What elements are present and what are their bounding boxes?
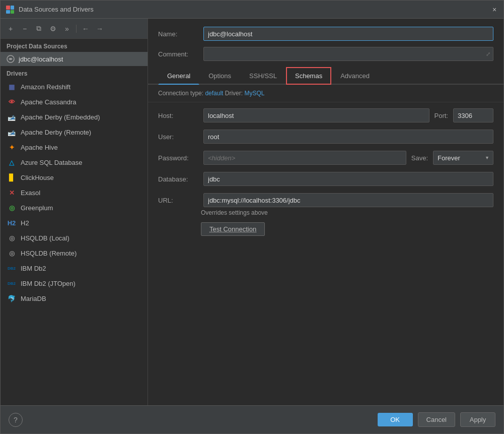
save-label: Save:: [411, 154, 428, 162]
user-input[interactable]: [203, 130, 493, 144]
svg-rect-0: [6, 6, 10, 10]
driver-item-clickhouse[interactable]: ▊ClickHouse: [1, 170, 148, 185]
forward-button[interactable]: →: [94, 23, 106, 35]
driver-icon: 🐬: [7, 293, 17, 303]
tabs: GeneralOptionsSSH/SSLSchemasAdvanced: [148, 67, 503, 85]
toolbar-separator: [76, 25, 77, 33]
host-label: Host:: [158, 112, 198, 119]
driver-name: Apache Derby (Embedded): [21, 113, 100, 121]
back-button[interactable]: ←: [80, 23, 92, 35]
more-button[interactable]: »: [61, 23, 73, 35]
save-select[interactable]: ForeverUntil restartNever: [433, 151, 493, 165]
name-label: Name:: [158, 30, 203, 38]
tab-general[interactable]: General: [158, 67, 199, 85]
driver-item-apache-derby--remote-[interactable]: 🎿Apache Derby (Remote): [1, 125, 148, 140]
dialog: Data Sources and Drivers × + − ⧉ ⚙ » ← →…: [0, 0, 504, 434]
title-bar: Data Sources and Drivers ×: [1, 1, 503, 19]
driver-item-apache-hive[interactable]: ✦Apache Hive: [1, 140, 148, 155]
driver-name: Apache Hive: [21, 144, 58, 151]
drivers-section: Drivers ▦Amazon Redshift👁Apache Cassandr…: [1, 66, 148, 405]
database-input[interactable]: [203, 172, 493, 186]
port-label: Port:: [435, 112, 448, 119]
tab-schemas[interactable]: Schemas: [286, 67, 331, 85]
svg-rect-2: [6, 10, 10, 14]
database-row: Database:: [158, 172, 493, 186]
driver-name: Apache Cassandra: [21, 98, 77, 106]
driver-item-apache-cassandra[interactable]: 👁Apache Cassandra: [1, 94, 148, 109]
driver-name: Amazon Redshift: [21, 83, 70, 91]
window-title: Data Sources and Drivers: [19, 6, 490, 13]
driver-name: Apache Derby (Remote): [21, 129, 91, 136]
driver-item-azure-sql-database[interactable]: △Azure SQL Database: [1, 155, 148, 170]
svg-rect-3: [11, 10, 14, 14]
svg-rect-1: [11, 6, 14, 10]
close-button[interactable]: ×: [490, 6, 498, 14]
driver-item-hsqldb--remote-[interactable]: ◎HSQLDB (Remote): [1, 245, 148, 261]
bottom-bar: ? OK Cancel Apply: [1, 405, 503, 433]
ok-button[interactable]: OK: [378, 413, 413, 426]
driver-item-apache-derby--embedded-[interactable]: 🎿Apache Derby (Embedded): [1, 109, 148, 125]
cancel-button[interactable]: Cancel: [418, 412, 455, 427]
driver-name: Azure SQL Database: [21, 159, 82, 166]
tab-options[interactable]: Options: [199, 67, 240, 85]
drivers-list: ▦Amazon Redshift👁Apache Cassandra🎿Apache…: [1, 79, 148, 306]
form-area: Name: Comment: ⤢: [148, 19, 503, 67]
comment-input-wrapper: ⤢: [203, 47, 493, 61]
driver-name: IBM Db2 (JTOpen): [21, 280, 76, 287]
app-icon: [6, 5, 15, 14]
test-connection-button[interactable]: Test Connection: [201, 222, 265, 236]
remove-button[interactable]: −: [19, 23, 31, 35]
driver-name: H2: [21, 219, 29, 227]
add-button[interactable]: +: [5, 23, 17, 35]
driver-icon: ▊: [7, 172, 17, 182]
driver-icon: ◎: [7, 248, 17, 258]
main-content: + − ⧉ ⚙ » ← → Project Data Sources jdbc@…: [1, 19, 503, 405]
password-row: Password: Save: ForeverUntil restartNeve…: [158, 151, 493, 165]
host-input[interactable]: [203, 108, 429, 122]
driver-value[interactable]: MySQL: [244, 90, 264, 97]
driver-item-amazon-redshift[interactable]: ▦Amazon Redshift: [1, 79, 148, 94]
driver-item-greenplum[interactable]: ◎Greenplum: [1, 200, 148, 215]
comment-row: Comment: ⤢: [158, 47, 493, 61]
test-connection-row: Test Connection: [158, 222, 493, 236]
database-label: Database:: [158, 175, 198, 183]
driver-icon: DB2: [7, 278, 17, 288]
driver-icon: ▦: [7, 82, 17, 92]
port-input[interactable]: [453, 108, 493, 122]
help-button[interactable]: ?: [9, 413, 23, 427]
tab-ssh-ssl[interactable]: SSH/SSL: [240, 67, 286, 85]
driver-icon: ◎: [7, 203, 17, 213]
connection-type-value[interactable]: default: [205, 90, 223, 97]
driver-icon: H2: [7, 218, 17, 228]
user-label: User:: [158, 133, 198, 141]
driver-item-exasol[interactable]: ✕Exasol: [1, 185, 148, 200]
driver-item-h-[interactable]: H2H2: [1, 215, 148, 230]
name-input[interactable]: [203, 27, 493, 41]
driver-item-ibm-db---jtopen-[interactable]: DB2IBM Db2 (JTOpen): [1, 276, 148, 291]
expand-icon[interactable]: ⤢: [486, 51, 490, 57]
driver-icon: DB2: [7, 263, 17, 273]
duplicate-button[interactable]: ⧉: [33, 23, 45, 35]
url-label: URL:: [158, 197, 198, 204]
tab-advanced[interactable]: Advanced: [331, 67, 379, 85]
fields-section: Host: Port: User: Password: Save: For: [148, 102, 503, 405]
connection-info: Connection type: default Driver: MySQL: [148, 85, 503, 102]
name-row: Name:: [158, 27, 493, 41]
url-hint: Overrides settings above: [158, 209, 493, 216]
driver-item-ibm-db-[interactable]: DB2IBM Db2: [1, 261, 148, 276]
driver-icon: △: [7, 157, 17, 167]
datasource-item-jdbc[interactable]: jdbc@localhost: [1, 52, 148, 66]
password-input[interactable]: [203, 151, 406, 165]
driver-prefix: Driver:: [223, 90, 244, 97]
driver-item-mariadb[interactable]: 🐬MariaDB: [1, 291, 148, 306]
apply-button[interactable]: Apply: [460, 412, 495, 427]
drivers-section-label: Drivers: [1, 66, 148, 79]
url-input[interactable]: [203, 193, 493, 207]
password-label: Password:: [158, 154, 198, 162]
settings-button[interactable]: ⚙: [47, 23, 59, 35]
driver-name: ClickHouse: [21, 174, 54, 181]
driver-item-hsqldb--local-[interactable]: ◎HSQLDB (Local): [1, 230, 148, 245]
driver-name: Greenplum: [21, 204, 53, 212]
driver-icon: 🎿: [7, 127, 17, 137]
comment-input[interactable]: [203, 47, 493, 61]
